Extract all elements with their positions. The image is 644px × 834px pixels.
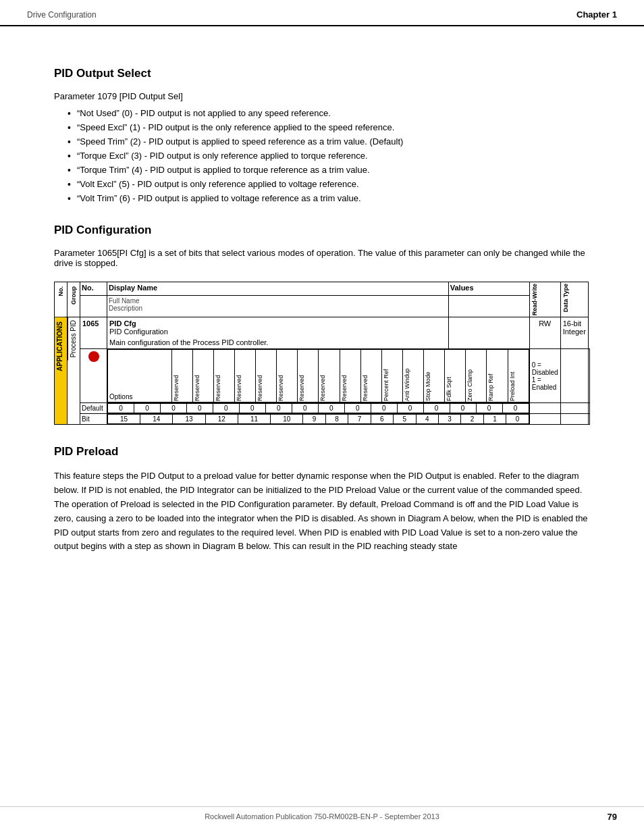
bit-8: 8 <box>325 415 348 424</box>
pid-output-select-section: PID Output Select Parameter 1079 [PID Ou… <box>54 67 590 203</box>
pid-config-table-wrapper: No. Group No. Display Name Values Read-W… <box>54 282 590 425</box>
applications-label: APPLICATIONS <box>55 317 65 375</box>
defaults-values-row: 0 0 0 0 0 0 0 0 0 0 <box>108 404 529 413</box>
bit-11: 11 <box>238 415 270 424</box>
option-fdlk-sqrt: Fdlk Sqrt <box>446 350 452 401</box>
values-cell <box>448 317 529 349</box>
options-header-row: Options Reserved Reserved Reserved Reser… <box>108 350 529 402</box>
values-col-header: Values <box>448 282 529 296</box>
bit-13: 13 <box>173 415 205 424</box>
option-reserved-4: Reserved <box>236 350 242 401</box>
list-item: “Volt Excl” (5) - PID output is only ref… <box>68 179 590 189</box>
default-label-cell: Default <box>80 403 107 414</box>
option-reserved-3: Reserved <box>215 350 221 401</box>
footer-text: Rockwell Automation Publication 750-RM00… <box>205 812 439 820</box>
bit-1: 1 <box>483 415 506 424</box>
bit-12: 12 <box>205 415 238 424</box>
page-footer: Rockwell Automation Publication 750-RM00… <box>0 806 644 820</box>
default-val-8: 0 <box>318 404 344 413</box>
option-preload-int: Preload Int <box>509 350 516 401</box>
bit-label-cell: Bit <box>80 414 107 425</box>
option-reserved-1: Reserved <box>173 350 180 401</box>
no-col-header: No. <box>80 282 107 296</box>
process-pid-label: Process PID <box>68 317 78 361</box>
pid-preload-section: PID Preload This feature steps the PID O… <box>54 445 590 554</box>
pid-configuration-section: PID Configuration Parameter 1065[PI Cfg]… <box>54 224 590 425</box>
options-table: Options Reserved Reserved Reserved Reser… <box>107 349 529 402</box>
default-val-4: 0 <box>213 404 239 413</box>
option-reserved-10: Reserved <box>362 350 369 401</box>
default-val-10: 0 <box>371 404 397 413</box>
list-item: “Volt Trim” (6) - PID output is applied … <box>68 193 590 203</box>
default-row: Default 0 0 0 0 0 <box>55 403 590 414</box>
bit-0: 0 <box>506 415 529 424</box>
bit-row: Bit 15 14 13 12 11 <box>55 414 590 425</box>
option-reserved-5: Reserved <box>257 350 263 401</box>
defaults-cell: 0 0 0 0 0 0 0 0 0 0 <box>107 403 530 414</box>
bit-4: 4 <box>416 415 438 424</box>
default-val-2: 0 <box>160 404 186 413</box>
option-stop-mode: Stop Mode <box>425 350 431 401</box>
list-item: “Not Used” (0) - PID output is not appli… <box>68 108 590 118</box>
default-val-11: 0 <box>397 404 423 413</box>
defaults-table: 0 0 0 0 0 0 0 0 0 0 <box>107 403 529 413</box>
default-val-0: 0 <box>108 404 134 413</box>
table-sub-header-row: Full Name Description <box>55 296 590 317</box>
option-ramp-ref: Ramp Ref <box>487 350 494 401</box>
option-reserved-9: Reserved <box>341 350 348 401</box>
default-val-3: 0 <box>186 404 213 413</box>
bits-table: 15 14 13 12 11 10 9 8 7 <box>107 414 529 424</box>
bit-10: 10 <box>271 415 303 424</box>
legend-cell: 0 = Disabled 1 = Enabled <box>529 349 560 403</box>
rw-cell: RW <box>529 317 560 349</box>
options-label-cell: Options <box>108 350 172 402</box>
display-name-col-header: Display Name <box>107 282 449 296</box>
list-item: “Torque Excl” (3) - PID output is only r… <box>68 151 590 161</box>
default-val-5: 0 <box>239 404 265 413</box>
data-type-col-header: Data Type <box>562 284 569 312</box>
header-chapter: Chapter 1 <box>576 9 617 20</box>
read-write-col-header: Read-Write <box>531 284 538 315</box>
option-percent-ref: Percent Ref <box>383 350 390 401</box>
pid-preload-text: This feature steps the PID Output to a p… <box>54 469 590 554</box>
red-circle-icon <box>88 351 99 362</box>
pid-configuration-param: Parameter 1065[PI Cfg] is a set of bits … <box>54 248 590 268</box>
option-reserved-7: Reserved <box>298 350 305 401</box>
page: Drive Configuration Chapter 1 PID Output… <box>0 0 644 834</box>
default-val-14: 0 <box>476 404 502 413</box>
legend-1: 1 = Enabled <box>532 376 558 391</box>
bits-values-row: 15 14 13 12 11 10 9 8 7 <box>108 415 529 424</box>
param-full-name: PID Configuration <box>109 328 446 336</box>
data-type-cell: 16-bit Integer <box>560 317 588 349</box>
bit-14: 14 <box>140 415 173 424</box>
group-col-header: Group <box>69 284 78 307</box>
bit-15: 15 <box>108 415 140 424</box>
bit-5: 5 <box>394 415 416 424</box>
file-col-header: No. <box>56 284 65 299</box>
bit-9: 9 <box>303 415 325 424</box>
param-name-cell: PID Cfg PID Configuration Main configura… <box>107 317 449 349</box>
bit-3: 3 <box>438 415 460 424</box>
options-cell: Options Reserved Reserved Reserved Reser… <box>107 349 530 403</box>
bits-cell: 15 14 13 12 11 10 9 8 7 <box>107 414 530 425</box>
default-val-13: 0 <box>450 404 476 413</box>
param-description: Main configuration of the Process PID co… <box>109 338 446 346</box>
pid-output-select-list: “Not Used” (0) - PID output is not appli… <box>68 108 590 203</box>
page-number: 79 <box>608 812 617 822</box>
option-reserved-2: Reserved <box>194 350 200 401</box>
list-item: “Speed Trim” (2) - PID output is applied… <box>68 136 590 147</box>
full-name-sub-header: Full Name Description <box>107 296 449 317</box>
default-val-6: 0 <box>265 404 292 413</box>
main-content: PID Output Select Parameter 1079 [PID Ou… <box>0 26 644 581</box>
option-reserved-6: Reserved <box>277 350 284 401</box>
default-val-7: 0 <box>292 404 318 413</box>
default-val-9: 0 <box>344 404 371 413</box>
pid-configuration-title: PID Configuration <box>54 224 590 237</box>
list-item: “Torque Trim” (4) - PID output is applie… <box>68 165 590 175</box>
bit-6: 6 <box>371 415 393 424</box>
legend-0: 0 = Disabled <box>532 361 558 376</box>
icon-row: Options Reserved Reserved Reserved Reser… <box>55 349 590 403</box>
param-name: PID Cfg <box>109 319 446 328</box>
pid-config-table: No. Group No. Display Name Values Read-W… <box>54 282 590 425</box>
pid-output-select-title: PID Output Select <box>54 67 590 80</box>
